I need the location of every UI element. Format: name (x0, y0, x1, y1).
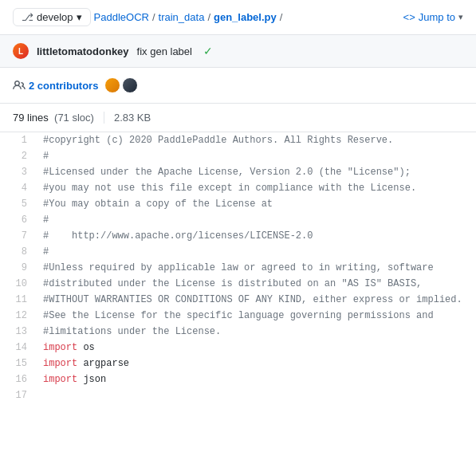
line-content: import os (40, 340, 95, 356)
line-number[interactable]: 7 (0, 228, 40, 244)
line-content: #distributed under the License is distri… (40, 276, 422, 292)
line-content: #WITHOUT WARRANTIES OR CONDITIONS OF ANY… (40, 292, 462, 308)
table-row: 5#You may obtain a copy of the License a… (0, 196, 476, 212)
table-row: 6# (0, 212, 476, 228)
line-number[interactable]: 10 (0, 276, 40, 292)
contributors-count-label: 2 contributors (29, 80, 98, 92)
line-content: #you may not use this file except in com… (40, 180, 416, 196)
breadcrumb-file-current: gen_label.py (214, 11, 277, 23)
table-row: 9#Unless required by applicable law or a… (0, 260, 476, 276)
table-row: 17 (0, 387, 476, 403)
branch-chevron-icon: ▾ (77, 11, 82, 23)
line-number[interactable]: 2 (0, 148, 40, 164)
sloc-count: (71 sloc) (54, 112, 94, 124)
commit-row: L littletomatodonkey fix gen label ✓ (0, 35, 476, 68)
breadcrumb-bar: ⎇ develop ▾ PaddleOCR / train_data / gen… (0, 0, 476, 35)
line-content: # (40, 244, 49, 260)
jump-to-label: Jump to (419, 11, 455, 23)
contributors-link[interactable]: 2 contributors (29, 80, 98, 92)
line-number[interactable]: 14 (0, 340, 40, 356)
branch-icon: ⎇ (22, 11, 33, 23)
line-content: import json (40, 371, 106, 387)
line-content: #Licensed under the Apache License, Vers… (40, 164, 411, 180)
line-number[interactable]: 16 (0, 371, 40, 387)
jump-to-button[interactable]: <> Jump to ▾ (403, 11, 463, 23)
code-area: 1#copyright (c) 2020 PaddlePaddle Author… (0, 132, 476, 403)
table-row: 3#Licensed under the Apache License, Ver… (0, 164, 476, 180)
file-info-bar: 79 lines (71 sloc) 2.83 KB (0, 104, 476, 132)
table-row: 13#limitations under the License. (0, 324, 476, 340)
author-avatar: L (13, 43, 29, 59)
line-number[interactable]: 9 (0, 260, 40, 276)
line-number[interactable]: 17 (0, 387, 40, 403)
line-number[interactable]: 3 (0, 164, 40, 180)
table-row: 7# http://www.apache.org/licenses/LICENS… (0, 228, 476, 244)
breadcrumb-sep-3: / (280, 11, 283, 23)
table-row: 12#See the License for the specific lang… (0, 308, 476, 324)
line-content: #You may obtain a copy of the License at (40, 196, 273, 212)
table-row: 16import json (0, 371, 476, 387)
table-row: 4#you may not use this file except in co… (0, 180, 476, 196)
line-content: #Unless required by applicable law or ag… (40, 260, 434, 276)
line-content: #limitations under the License. (40, 324, 221, 340)
breadcrumb-repo-link[interactable]: PaddleOCR (94, 11, 149, 23)
table-row: 2# (0, 148, 476, 164)
file-size: 2.83 KB (104, 112, 151, 124)
branch-label: develop (37, 11, 73, 23)
contributor-avatar-2 (122, 77, 138, 93)
table-row: 15import argparse (0, 356, 476, 371)
line-number[interactable]: 5 (0, 196, 40, 212)
lines-count: 79 lines (13, 112, 49, 124)
line-number[interactable]: 8 (0, 244, 40, 260)
table-row: 14import os (0, 340, 476, 356)
table-row: 11#WITHOUT WARRANTIES OR CONDITIONS OF A… (0, 292, 476, 308)
commit-author-link[interactable]: littletomatodonkey (37, 45, 129, 57)
line-content: #copyright (c) 2020 PaddlePaddle Authors… (40, 132, 393, 148)
file-lines-stats: 79 lines (71 sloc) (13, 112, 94, 124)
breadcrumb-sep-2: / (207, 11, 210, 23)
line-number[interactable]: 1 (0, 132, 40, 148)
line-number[interactable]: 13 (0, 324, 40, 340)
line-number[interactable]: 12 (0, 308, 40, 324)
table-row: 1#copyright (c) 2020 PaddlePaddle Author… (0, 132, 476, 148)
line-number[interactable]: 15 (0, 356, 40, 371)
line-content: # (40, 212, 49, 228)
line-content: # (40, 148, 49, 164)
table-row: 8# (0, 244, 476, 260)
line-content: # http://www.apache.org/licenses/LICENSE… (40, 228, 313, 244)
table-row: 10#distributed under the License is dist… (0, 276, 476, 292)
line-number[interactable]: 6 (0, 212, 40, 228)
contributors-row: 2 contributors (0, 68, 476, 104)
jump-to-chevron-icon: ▾ (458, 12, 463, 22)
branch-selector[interactable]: ⎇ develop ▾ (13, 8, 91, 26)
commit-status-check-icon: ✓ (203, 45, 213, 57)
contributor-avatar-1 (104, 77, 120, 93)
line-content: #See the License for the specific langua… (40, 308, 434, 324)
line-content: import argparse (40, 356, 129, 371)
line-number[interactable]: 11 (0, 292, 40, 308)
code-nav-icon: <> (403, 11, 415, 23)
breadcrumb-sep-1: / (152, 11, 155, 23)
breadcrumb-folder-link[interactable]: train_data (159, 11, 205, 23)
line-number[interactable]: 4 (0, 180, 40, 196)
commit-message: fix gen label (137, 45, 192, 57)
contributors-icon (13, 79, 26, 92)
contributor-avatars (104, 77, 138, 93)
